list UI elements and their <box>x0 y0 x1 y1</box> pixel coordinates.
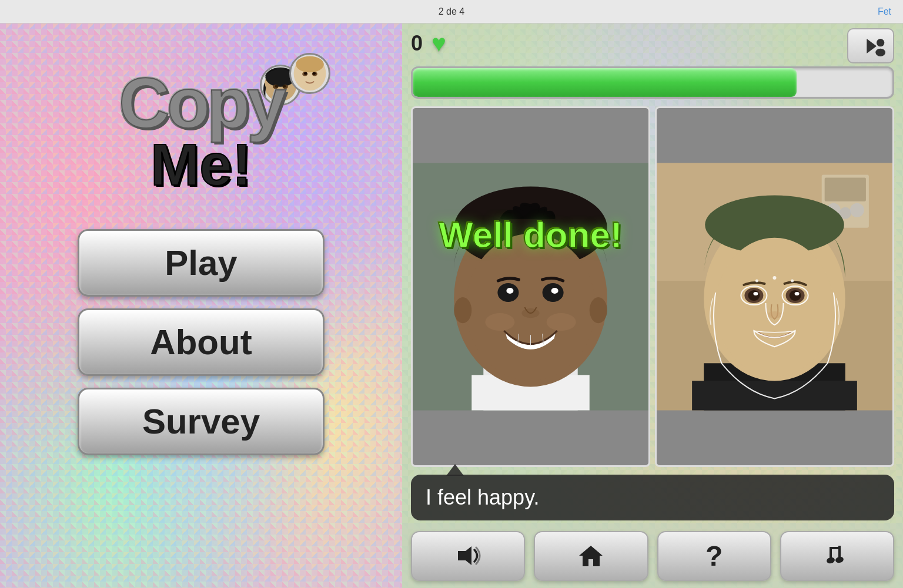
svg-point-64 <box>835 556 844 563</box>
svg-point-49 <box>790 290 801 301</box>
svg-point-52 <box>767 311 781 318</box>
home-button[interactable] <box>534 531 648 581</box>
svg-point-31 <box>547 313 576 331</box>
progress-bar-fill <box>413 68 797 97</box>
sound-icon <box>455 544 481 567</box>
score-bar: 0 ♥ <box>402 23 903 63</box>
left-content: Copy Me! Play About Survey <box>0 23 402 588</box>
svg-point-13 <box>877 39 884 46</box>
heart-icon: ♥ <box>432 29 446 58</box>
bottom-toolbar: ? <box>402 523 903 588</box>
svg-point-33 <box>590 297 607 323</box>
avatar-2 <box>289 53 330 94</box>
svg-point-51 <box>795 292 800 295</box>
svg-marker-58 <box>458 546 471 565</box>
menu-buttons: Play About Survey <box>78 229 325 455</box>
svg-point-32 <box>454 297 471 323</box>
logo-area: Copy Me! <box>54 41 348 217</box>
left-panel: Copy Me! Play About Survey <box>0 23 402 588</box>
svg-marker-59 <box>579 546 603 566</box>
svg-point-40 <box>850 203 864 217</box>
progress-bar-container <box>411 66 894 99</box>
photos-area: Well done! <box>402 102 903 472</box>
right-panel: 0 ♥ <box>402 23 903 588</box>
survey-button[interactable]: Survey <box>78 388 325 455</box>
music-icon <box>824 544 850 567</box>
logo-copy: Copy <box>119 68 283 138</box>
svg-point-50 <box>753 292 758 295</box>
logo-wrapper: Copy Me! <box>119 68 283 191</box>
caption-text: I feel happy. <box>426 485 539 509</box>
question-mark-icon: ? <box>705 540 723 572</box>
svg-point-21 <box>466 234 596 381</box>
caption-area: I feel happy. <box>411 475 894 520</box>
right-content: 0 ♥ <box>402 23 903 588</box>
svg-marker-12 <box>867 39 877 53</box>
play-button[interactable]: Play <box>78 229 325 297</box>
svg-point-30 <box>485 313 514 331</box>
svg-point-14 <box>875 48 885 56</box>
svg-rect-62 <box>830 547 841 549</box>
svg-point-63 <box>826 556 835 564</box>
done-button[interactable]: Fet <box>878 6 891 17</box>
share-button[interactable] <box>847 28 894 63</box>
svg-point-55 <box>772 276 776 280</box>
about-button[interactable]: About <box>78 308 325 376</box>
svg-point-10 <box>304 72 307 75</box>
help-button[interactable]: ? <box>657 531 771 581</box>
svg-point-11 <box>313 72 316 75</box>
svg-point-45 <box>715 238 834 377</box>
well-done-text: Well done! <box>413 215 648 255</box>
photo-frame-1: Well done! <box>411 106 650 467</box>
main-content: Copy Me! Play About Survey 0 ♥ <box>0 23 903 588</box>
logo-me: Me! <box>150 138 252 191</box>
svg-point-7 <box>296 56 324 72</box>
svg-point-57 <box>791 279 794 282</box>
page-indicator: 2 de 4 <box>439 6 464 17</box>
score-number: 0 <box>411 31 423 56</box>
photo-frame-2 <box>655 106 894 467</box>
top-bar: 2 de 4 Fet <box>0 0 903 23</box>
svg-rect-37 <box>825 178 866 201</box>
music-button[interactable] <box>780 531 894 581</box>
home-icon <box>578 544 604 567</box>
speech-bubble: I feel happy. <box>411 475 894 520</box>
svg-point-56 <box>755 279 758 282</box>
svg-point-24 <box>506 288 513 294</box>
svg-rect-42 <box>692 381 857 410</box>
sound-button[interactable] <box>411 531 525 581</box>
svg-point-25 <box>551 288 558 294</box>
svg-point-48 <box>748 290 760 301</box>
